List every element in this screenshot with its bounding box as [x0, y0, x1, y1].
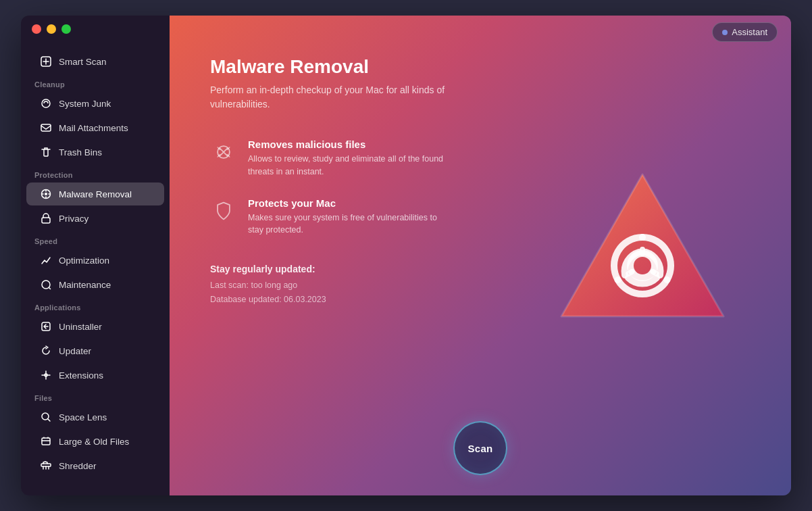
- assistant-dot: [722, 30, 728, 35]
- optimization-icon: [40, 254, 52, 266]
- sidebar-item-space-lens[interactable]: Space Lens: [26, 406, 164, 429]
- section-speed: Speed: [21, 230, 170, 248]
- app-window: Smart Scan Cleanup System Junk Mail Atta…: [21, 16, 791, 495]
- large-old-files-icon: [40, 435, 52, 447]
- svg-rect-9: [42, 438, 50, 445]
- updater-label: Updater: [59, 346, 91, 356]
- hero-biohazard-icon: [534, 141, 751, 370]
- assistant-label: Assistant: [732, 27, 767, 37]
- extensions-icon: [40, 369, 52, 381]
- page-title: Malware Removal: [210, 56, 757, 78]
- trash-icon: [40, 146, 52, 158]
- svg-point-4: [45, 193, 47, 195]
- section-files: Files: [21, 387, 170, 405]
- uninstaller-icon: [40, 320, 52, 333]
- mail-attachments-label: Mail Attachments: [59, 123, 128, 133]
- system-junk-icon: [40, 97, 52, 110]
- features-list: Removes malicious files Allows to review…: [210, 139, 494, 237]
- system-junk-label: System Junk: [59, 99, 111, 109]
- section-applications: Applications: [21, 297, 170, 314]
- malware-removal-label: Malware Removal: [59, 189, 132, 199]
- sidebar-item-system-junk[interactable]: System Junk: [26, 92, 164, 115]
- minimize-button[interactable]: [47, 24, 56, 34]
- scan-button[interactable]: Scan: [453, 421, 507, 475]
- feature-removes-text: Removes malicious files Allows to review…: [248, 139, 451, 178]
- sidebar-item-malware-removal[interactable]: Malware Removal: [26, 182, 164, 205]
- svg-rect-2: [41, 124, 51, 131]
- sidebar-item-large-old-files[interactable]: Large & Old Files: [26, 430, 164, 453]
- scan-button-container: Scan: [453, 421, 507, 475]
- sidebar: Smart Scan Cleanup System Junk Mail Atta…: [21, 16, 170, 495]
- privacy-label: Privacy: [59, 214, 88, 224]
- svg-point-7: [45, 374, 47, 376]
- privacy-icon: [40, 212, 52, 224]
- sidebar-item-smart-scan[interactable]: Smart Scan: [26, 50, 164, 73]
- large-old-files-label: Large & Old Files: [59, 437, 129, 447]
- sidebar-item-updater[interactable]: Updater: [26, 339, 164, 362]
- titlebar: [21, 16, 791, 43]
- malware-icon: [40, 188, 52, 200]
- shredder-label: Shredder: [59, 461, 97, 471]
- smart-scan-label: Smart Scan: [59, 57, 107, 67]
- sidebar-item-privacy[interactable]: Privacy: [26, 207, 164, 230]
- maintenance-label: Maintenance: [59, 280, 111, 290]
- svg-rect-5: [42, 218, 50, 223]
- feature-removes-malicious: Removes malicious files Allows to review…: [210, 139, 494, 178]
- page-subtitle: Perform an in-depth checkup of your Mac …: [210, 83, 447, 112]
- space-lens-label: Space Lens: [59, 412, 107, 422]
- feature-protects-mac: Protects your Mac Makes sure your system…: [210, 197, 494, 237]
- feature-protects-title: Protects your Mac: [248, 197, 451, 209]
- trash-bins-label: Trash Bins: [59, 147, 102, 157]
- assistant-button[interactable]: Assistant: [712, 22, 778, 42]
- sidebar-item-mail-attachments[interactable]: Mail Attachments: [26, 116, 164, 139]
- main-content: Assistant Malware Removal Perform an in-…: [170, 16, 791, 495]
- svg-point-1: [42, 99, 50, 107]
- scan-label: Scan: [467, 443, 492, 454]
- mail-icon: [40, 122, 52, 134]
- bug-icon: [210, 139, 237, 166]
- sidebar-item-extensions[interactable]: Extensions: [26, 364, 164, 387]
- uninstaller-label: Uninstaller: [59, 322, 102, 332]
- extensions-label: Extensions: [59, 370, 103, 381]
- section-cleanup: Cleanup: [21, 74, 170, 91]
- feature-protects-text: Protects your Mac Makes sure your system…: [248, 197, 451, 237]
- sidebar-item-trash-bins[interactable]: Trash Bins: [26, 141, 164, 164]
- smart-scan-icon: [40, 55, 52, 68]
- space-lens-icon: [40, 411, 52, 423]
- close-button[interactable]: [32, 24, 41, 34]
- feature-removes-desc: Allows to review, study and eliminate al…: [248, 153, 451, 178]
- shield-icon: [210, 197, 237, 224]
- maintenance-icon: [40, 278, 52, 291]
- traffic-lights: [32, 24, 71, 34]
- shredder-icon: [40, 460, 52, 472]
- section-protection: Protection: [21, 164, 170, 182]
- optimization-label: Optimization: [59, 256, 109, 266]
- sidebar-item-uninstaller[interactable]: Uninstaller: [26, 315, 164, 338]
- maximize-button[interactable]: [61, 24, 71, 34]
- sidebar-item-optimization[interactable]: Optimization: [26, 249, 164, 272]
- updater-icon: [40, 345, 52, 357]
- feature-removes-title: Removes malicious files: [248, 139, 451, 150]
- sidebar-item-shredder[interactable]: Shredder: [26, 454, 164, 477]
- feature-protects-desc: Makes sure your system is free of vulner…: [248, 212, 451, 237]
- sidebar-item-maintenance[interactable]: Maintenance: [26, 273, 164, 296]
